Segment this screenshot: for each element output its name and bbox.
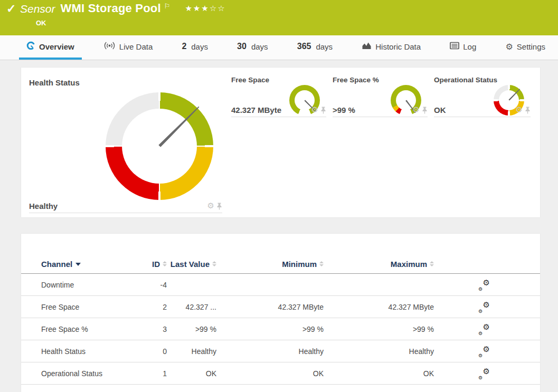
channel-value: OK xyxy=(434,106,446,114)
channel-label: Health Status xyxy=(29,78,80,87)
tab-historic-data[interactable]: Historic Data xyxy=(354,35,428,60)
tab-365-days[interactable]: 365 days xyxy=(290,35,340,60)
channel-settings-icon[interactable]: ⚙⚙ xyxy=(478,324,490,334)
tab-overview[interactable]: Overview xyxy=(19,35,82,60)
gear-icon[interactable]: ⚙ xyxy=(311,106,318,114)
column-header-maximum[interactable]: Maximum xyxy=(324,259,434,269)
channel-value: 42.327 MByte xyxy=(231,106,281,114)
tab-2-days[interactable]: 2 days xyxy=(174,35,215,60)
pin-icon[interactable] xyxy=(216,203,222,210)
cell-channel: Free Space xyxy=(41,303,141,311)
gauges-card: Health Status Healthy ⚙ xyxy=(21,68,540,217)
table-row: Downtime-4⚙⚙ xyxy=(21,274,540,296)
sort-icon xyxy=(212,261,216,266)
channel-label: Operational Status xyxy=(434,76,497,84)
primary-channel-tile: Health Status Healthy ⚙ xyxy=(29,73,222,213)
channel-tile-operational-status: Operational Status OK ⚙ xyxy=(434,73,531,117)
cell-channel: Downtime xyxy=(41,281,141,289)
cell-minimum: OK xyxy=(216,369,324,378)
tab-live-data[interactable]: Live Data xyxy=(96,35,160,60)
flag-icon[interactable]: ⚐ xyxy=(164,2,171,10)
channel-label: Free Space % xyxy=(333,76,379,84)
column-header-last-value[interactable]: Last Value xyxy=(167,259,216,269)
cell-channel: Operational Status xyxy=(41,369,141,378)
sort-icon xyxy=(430,261,434,266)
channel-settings-icon[interactable]: ⚙⚙ xyxy=(478,302,490,312)
tab-30-days[interactable]: 30 days xyxy=(230,35,275,60)
rating-stars[interactable]: ★★★☆☆ xyxy=(185,4,225,13)
gear-icon[interactable]: ⚙ xyxy=(207,202,214,210)
table-row: Free Space %3>99 %>99 %>99 %⚙⚙ xyxy=(21,318,540,340)
cell-channel: Free Space % xyxy=(41,325,141,333)
channels-table-card: Channel ID Last Value Minimum Maximum Do… xyxy=(21,234,540,392)
cell-channel: Health Status xyxy=(41,347,141,356)
settings-gear-icon: ⚙ xyxy=(505,42,513,52)
channel-tile-free-space: Free Space 42.327 MByte ⚙ xyxy=(231,73,326,117)
cell-id: -4 xyxy=(141,281,167,289)
table-row: Operational Status1OKOKOK⚙⚙ xyxy=(21,362,540,385)
channel-table-body: Downtime-4⚙⚙Free Space242.327 ...42.327 … xyxy=(21,274,540,385)
cell-maximum: >99 % xyxy=(324,325,434,333)
prtg-sensor-page: ✓ Sensor WMI Storage Pool ⚐ ★★★☆☆ OK Ove… xyxy=(0,0,558,392)
table-row: Free Space242.327 ...42.327 MByte42.327 … xyxy=(21,296,540,318)
channel-label: Free Space xyxy=(231,76,269,84)
tab-log[interactable]: Log xyxy=(442,35,484,60)
historic-chart-icon xyxy=(362,42,372,51)
cell-maximum: 42.327 MByte xyxy=(324,303,434,311)
cell-last-value: >99 % xyxy=(167,325,216,333)
channel-tile-free-space-pct: Free Space % >99 % ⚙ xyxy=(333,73,428,117)
column-header-channel[interactable]: Channel xyxy=(41,259,141,269)
channel-settings-icon[interactable]: ⚙⚙ xyxy=(478,368,490,379)
cell-minimum: 42.327 MByte xyxy=(216,303,324,311)
tab-settings[interactable]: ⚙ Settings xyxy=(498,35,553,60)
pin-icon[interactable] xyxy=(320,107,326,114)
pin-icon[interactable] xyxy=(422,107,428,114)
cell-id: 1 xyxy=(141,369,167,378)
gear-icon[interactable]: ⚙ xyxy=(516,106,523,114)
table-row: Health Status0HealthyHealthyHealthy⚙⚙ xyxy=(21,340,540,362)
cell-last-value: OK xyxy=(167,369,216,378)
tab-bar: Overview Live Data 2 days 30 days 365 xyxy=(0,35,558,60)
sort-desc-icon xyxy=(75,263,81,266)
sensor-title: WMI Storage Pool xyxy=(61,2,161,15)
column-header-id[interactable]: ID xyxy=(141,259,167,269)
gauge-icon xyxy=(26,41,35,52)
status-check-icon: ✓ xyxy=(6,2,16,16)
sort-icon xyxy=(163,261,167,266)
channel-value: >99 % xyxy=(333,106,355,114)
health-status-gauge xyxy=(106,92,213,200)
cell-last-value: 42.327 ... xyxy=(167,303,216,311)
sensor-header: ✓ Sensor WMI Storage Pool ⚐ ★★★☆☆ OK xyxy=(0,0,558,35)
sort-icon xyxy=(319,261,324,266)
cell-id: 0 xyxy=(141,347,167,356)
object-kind-label: Sensor xyxy=(20,2,61,15)
cell-id: 3 xyxy=(141,325,167,333)
channel-value: Healthy xyxy=(29,202,58,211)
channel-settings-icon[interactable]: ⚙⚙ xyxy=(478,280,490,290)
cell-last-value: Healthy xyxy=(167,347,216,356)
cell-id: 2 xyxy=(141,303,167,311)
cell-maximum: OK xyxy=(324,369,434,378)
sensor-status: OK xyxy=(36,19,46,27)
cell-minimum: Healthy xyxy=(216,347,324,356)
cell-maximum: Healthy xyxy=(324,347,434,356)
channel-settings-icon[interactable]: ⚙⚙ xyxy=(478,346,490,357)
gear-icon[interactable]: ⚙ xyxy=(413,106,420,114)
cell-minimum: >99 % xyxy=(216,325,324,333)
log-icon xyxy=(450,42,459,51)
column-header-minimum[interactable]: Minimum xyxy=(216,259,324,269)
table-header-row: Channel ID Last Value Minimum Maximum xyxy=(21,234,540,274)
pin-icon[interactable] xyxy=(525,107,531,114)
live-data-icon xyxy=(103,41,116,52)
